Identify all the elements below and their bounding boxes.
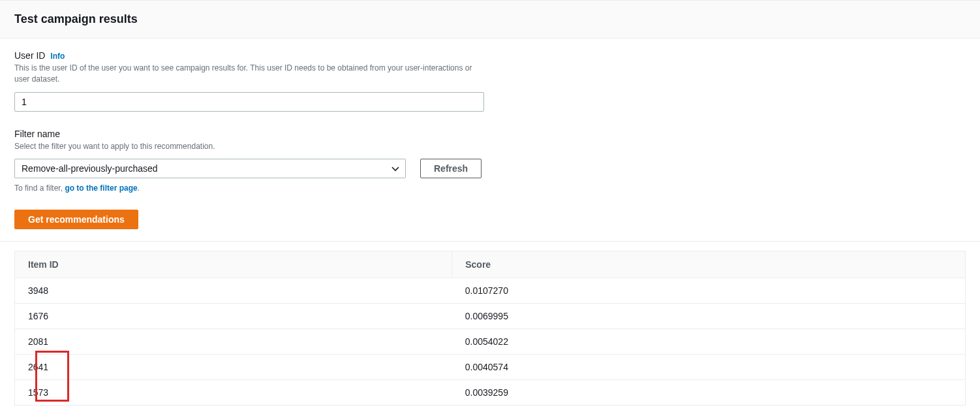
table-row: 39480.0107270 xyxy=(15,278,965,304)
filter-hint: To find a filter, go to the filter page. xyxy=(14,184,966,193)
cell-score: 0.0054022 xyxy=(452,329,965,355)
refresh-button[interactable]: Refresh xyxy=(420,159,482,178)
cell-score: 0.0040574 xyxy=(452,355,965,380)
filter-description: Select the filter you want to apply to t… xyxy=(14,141,484,152)
column-header-score[interactable]: Score xyxy=(452,251,965,278)
page-header: Test campaign results xyxy=(0,0,980,39)
cell-score: 0.0069995 xyxy=(452,304,965,329)
table-row: 16760.0069995 xyxy=(15,304,965,329)
results-table-container: Item ID Score 39480.010727016760.0069995… xyxy=(14,251,966,406)
filter-page-link[interactable]: go to the filter page xyxy=(65,184,137,193)
filter-selected-value: Remove-all-previously-purchased xyxy=(22,163,158,174)
user-id-label-text: User ID xyxy=(14,50,45,61)
filter-hint-suffix: . xyxy=(138,184,140,193)
results-table: Item ID Score 39480.010727016760.0069995… xyxy=(15,251,965,405)
cell-score: 0.0107270 xyxy=(452,278,965,304)
cell-item-id: 1573 xyxy=(15,380,452,406)
table-row: 15730.0039259 xyxy=(15,380,965,406)
filter-hint-prefix: To find a filter, xyxy=(14,184,65,193)
cell-item-id: 3948 xyxy=(15,278,452,304)
user-id-description: This is the user ID of the user you want… xyxy=(14,63,484,86)
cell-item-id: 2081 xyxy=(15,329,452,355)
user-id-field-group: User ID Info This is the user ID of the … xyxy=(14,50,966,112)
filter-field-group: Filter name Select the filter you want t… xyxy=(14,129,966,193)
page-title: Test campaign results xyxy=(14,12,966,26)
get-recommendations-button[interactable]: Get recommendations xyxy=(14,210,138,229)
cell-item-id: 2641 xyxy=(15,355,452,380)
column-header-item-id[interactable]: Item ID xyxy=(15,251,452,278)
info-link[interactable]: Info xyxy=(50,52,65,61)
cell-item-id: 1676 xyxy=(15,304,452,329)
filter-select[interactable]: Remove-all-previously-purchased xyxy=(14,159,406,178)
cell-score: 0.0039259 xyxy=(452,380,965,406)
user-id-label: User ID Info xyxy=(14,50,966,61)
table-row: 26410.0040574 xyxy=(15,355,965,380)
user-id-input[interactable] xyxy=(14,92,484,112)
table-row: 20810.0054022 xyxy=(15,329,965,355)
filter-label: Filter name xyxy=(14,129,966,139)
